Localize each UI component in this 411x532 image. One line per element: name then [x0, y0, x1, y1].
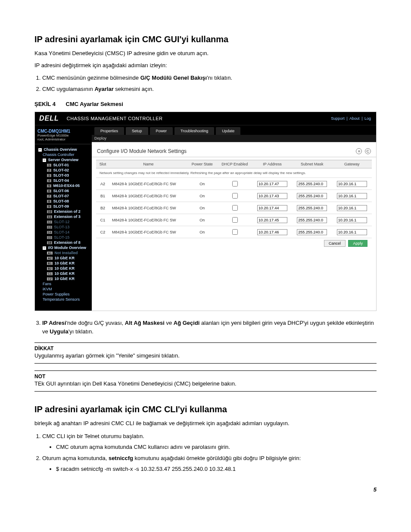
- tree-temperature-sensors[interactable]: Temperature Sensors: [37, 297, 92, 302]
- tree-slot-11[interactable]: 11 Extension of 3: [37, 214, 92, 219]
- cell-gw: [332, 190, 372, 202]
- cell-dhcp: [217, 202, 252, 214]
- col-ip-address: IP Address: [252, 160, 292, 168]
- cell-slot: A2: [96, 178, 109, 190]
- cell-gw: [332, 202, 372, 214]
- table-row: B1M8428-k 10GbEE-FCoE/8Gb FC SWOn: [96, 190, 372, 202]
- tree-slot-12[interactable]: 12 SLOT-12: [37, 219, 92, 224]
- cell-slot: B2: [96, 202, 109, 214]
- dhcp-checkbox[interactable]: [232, 181, 238, 187]
- ip-input[interactable]: [257, 205, 287, 211]
- not-label: NOT: [34, 373, 377, 380]
- ip-input[interactable]: [257, 193, 287, 199]
- cell-slot: C2: [96, 226, 109, 238]
- cell-dhcp: [217, 190, 252, 202]
- cell-ps: On: [187, 190, 217, 202]
- step-1: CMC menüsünün gezinme bölmesinde G/Ç Mod…: [42, 74, 377, 82]
- tree-slot-16[interactable]: 16 Extension of 8: [37, 240, 92, 245]
- tree-server-overview[interactable]: − Server Overview: [37, 157, 92, 162]
- ip-input[interactable]: [257, 181, 287, 187]
- tree-slot-7[interactable]: 7 SLOT-07: [37, 193, 92, 199]
- cli-step-1: CMC CLI için bir Telnet oturumu başlatın…: [42, 432, 377, 451]
- tree-slot-9[interactable]: 9 SLOT-09: [37, 204, 92, 209]
- table-note: Network setting changes may not be refle…: [96, 168, 372, 178]
- tree-slot-4[interactable]: 4 SLOT-04: [37, 178, 92, 183]
- tree-io-A1[interactable]: A1 Not Installed: [37, 250, 92, 255]
- cell-dhcp: [217, 214, 252, 226]
- tree-io-B2[interactable]: B2 10 GbE KR: [37, 266, 92, 271]
- tree-io-B1[interactable]: B1 10 GbE KR: [37, 261, 92, 266]
- mask-input[interactable]: [297, 229, 327, 235]
- gateway-input[interactable]: [337, 205, 367, 211]
- tree-io-C2[interactable]: C2 10 GbE KR: [37, 276, 92, 281]
- tree-slot-13[interactable]: 13 SLOT-13: [37, 224, 92, 230]
- apply-button[interactable]: Apply: [348, 240, 367, 247]
- subtab-deploy[interactable]: Deploy: [94, 136, 106, 140]
- link-support[interactable]: Support: [331, 116, 345, 121]
- dhcp-checkbox[interactable]: [232, 217, 238, 223]
- cancel-button[interactable]: Cancel: [324, 240, 346, 247]
- ip-input[interactable]: [257, 217, 287, 223]
- cli-cmd: $ racadm setniccfg -m switch-x -s 10.32.…: [56, 465, 377, 473]
- mask-input[interactable]: [297, 217, 327, 223]
- tree-io-A2[interactable]: A2 10 GbE KR: [37, 255, 92, 261]
- tree-ikvm[interactable]: iKVM: [37, 286, 92, 292]
- sidebar: CMC-DMQ1HM1 PowerEdge M1000e root, Admin…: [35, 125, 92, 311]
- print-icon[interactable]: ≡: [356, 148, 362, 154]
- steps-list: CMC menüsünün gezinme bölmesinde G/Ç Mod…: [42, 74, 377, 93]
- user-role: root, Administrator: [37, 137, 89, 141]
- tree-slot-3[interactable]: 3 SLOT-03: [37, 173, 92, 178]
- steps-list-cont: IP Adresi'nde doğru G/Ç yuvası, Alt Ağ M…: [42, 319, 377, 336]
- mask-input[interactable]: [297, 193, 327, 199]
- ip-input[interactable]: [257, 229, 287, 235]
- tree-power-supplies[interactable]: Power Supplies: [37, 292, 92, 297]
- tab-properties[interactable]: Properties: [94, 127, 124, 135]
- gateway-input[interactable]: [337, 181, 367, 187]
- heading-cli: IP adresini ayarlamak için CMC CLI'yi ku…: [34, 404, 377, 414]
- gateway-input[interactable]: [337, 229, 367, 235]
- tree-slot-2[interactable]: 2 SLOT-02: [37, 168, 92, 173]
- cell-slot: B1: [96, 190, 109, 202]
- tree-slot-10[interactable]: 10 Extension of 2: [37, 209, 92, 214]
- dhcp-checkbox[interactable]: [232, 205, 238, 211]
- tab-troubleshooting[interactable]: Troubleshooting: [174, 127, 214, 135]
- link-log[interactable]: Log: [364, 116, 371, 121]
- step-3: IP Adresi'nde doğru G/Ç yuvası, Alt Ağ M…: [42, 319, 377, 336]
- tree-chassis-controller[interactable]: Chassis Controller: [37, 152, 92, 157]
- cell-mask: [292, 190, 332, 202]
- tree-slot-1[interactable]: 1 SLOT-01: [37, 162, 92, 168]
- refresh-icon[interactable]: C: [365, 148, 371, 154]
- mask-input[interactable]: [297, 205, 327, 211]
- cell-ip: [252, 202, 292, 214]
- dikkat-label: DİKKAT: [34, 345, 377, 352]
- table-row: B2M8428-k 10GbEE-FCoE/8Gb FC SWOn: [96, 202, 372, 214]
- tree-slot-14[interactable]: 14 SLOT-14: [37, 230, 92, 235]
- cell-name: M8428-k 10GbEE-FCoE/8Gb FC SW: [109, 202, 187, 214]
- tree-chassis-overview[interactable]: − Chassis Overview: [37, 147, 92, 152]
- gateway-input[interactable]: [337, 193, 367, 199]
- tree-io-C1[interactable]: C1 10 GbE KR: [37, 271, 92, 276]
- tree-slot-8[interactable]: 8 SLOT-08: [37, 199, 92, 204]
- tab-setup[interactable]: Setup: [126, 127, 148, 135]
- cell-gw: [332, 214, 372, 226]
- cell-gw: [332, 226, 372, 238]
- gateway-input[interactable]: [337, 217, 367, 223]
- cell-mask: [292, 214, 332, 226]
- sidebar-user-box: CMC-DMQ1HM1 PowerEdge M1000e root, Admin…: [35, 127, 92, 144]
- cli-step-1b: CMC oturum açma komutunda CMC kullanıcı …: [56, 443, 377, 451]
- link-about[interactable]: About: [349, 116, 360, 121]
- tab-update[interactable]: Update: [216, 127, 240, 135]
- dhcp-checkbox[interactable]: [232, 193, 238, 199]
- cell-dhcp: [217, 226, 252, 238]
- tree-slot-6[interactable]: 6 SLOT-06: [37, 188, 92, 193]
- nav-tree: − Chassis OverviewChassis Controller− Se…: [35, 147, 92, 302]
- tree-fans[interactable]: Fans: [37, 281, 92, 286]
- dhcp-checkbox[interactable]: [232, 229, 238, 235]
- tree-slot-5[interactable]: 5 M610-ESX4-05: [37, 183, 92, 188]
- cell-dhcp: [217, 178, 252, 190]
- tab-power[interactable]: Power: [150, 127, 173, 135]
- mask-input[interactable]: [297, 181, 327, 187]
- table-row: C2M8428-k 10GbEE-FCoE/8Gb FC SWOn: [96, 226, 372, 238]
- tree-io-overview[interactable]: − I/O Module Overview: [37, 245, 92, 250]
- tree-slot-15[interactable]: 15 SLOT-15: [37, 235, 92, 240]
